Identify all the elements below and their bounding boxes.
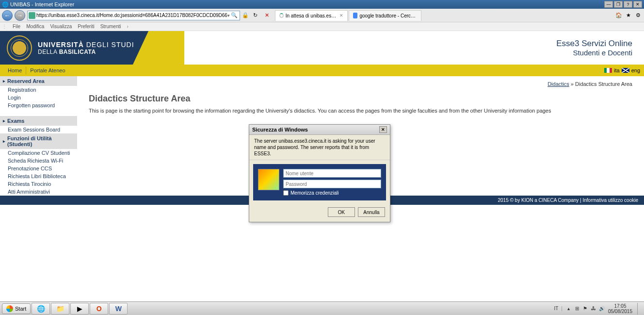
forward-button[interactable]: → bbox=[15, 10, 25, 21]
ok-button[interactable]: OK bbox=[328, 207, 355, 217]
taskbar-media[interactable]: ▶ bbox=[70, 303, 89, 315]
sidebar-item-ccs[interactable]: Prenotazione CCS bbox=[0, 165, 77, 172]
sidebar-item-exam-sessions[interactable]: Exam Sessions Board bbox=[0, 126, 77, 133]
tray-lang[interactable]: IT bbox=[554, 306, 558, 311]
sidebar-group-exams[interactable]: Exams bbox=[0, 116, 77, 126]
nav-home[interactable]: Home bbox=[4, 67, 26, 73]
site-banner: UNIVERSITÀ DEGLI STUDI DELLA BASILICATA … bbox=[0, 31, 644, 65]
tab-google[interactable]: google traduttore - Cerca con G... bbox=[349, 10, 421, 21]
page-description: This is page is the starting point for b… bbox=[89, 108, 632, 114]
tray-separator: | bbox=[561, 306, 563, 311]
windows-taskbar: Start 🌐 📁 ▶ O W IT | ▴ ⊞ ⚑ 🖧 🔊 17:05 05/… bbox=[0, 301, 644, 315]
password-input[interactable] bbox=[283, 180, 381, 188]
ie-icon: 🌐 bbox=[2, 1, 9, 8]
tray-app-icon[interactable]: ⊞ bbox=[574, 305, 580, 312]
dialog-message: The server unibas.esse3.cineca.it is ask… bbox=[249, 135, 390, 160]
tray-network-icon[interactable]: 🖧 bbox=[590, 305, 597, 312]
ie-tools: 🏠 ★ ⚙ bbox=[615, 12, 642, 19]
minimize-button[interactable]: — bbox=[604, 1, 613, 8]
university-logo bbox=[7, 35, 32, 61]
lang-ita[interactable]: ita bbox=[614, 67, 620, 73]
sidebar-item-cv[interactable]: Compilazione CV Studenti bbox=[0, 149, 77, 157]
footer-copy: 2015 © by KION a CINECA Company bbox=[498, 198, 579, 203]
menu-view[interactable]: Visualizza bbox=[50, 24, 72, 29]
taskbar-explorer[interactable]: 📁 bbox=[51, 303, 69, 315]
loading-icon bbox=[279, 13, 284, 18]
tab-unibas[interactable]: In attesa di unibas.esse3.cin... ✕ bbox=[275, 10, 348, 21]
sidebar: Reserved Area Registration Login Forgott… bbox=[0, 76, 77, 196]
refresh-button[interactable]: ↻ bbox=[251, 11, 260, 20]
taskbar-word[interactable]: W bbox=[109, 303, 128, 315]
breadcrumb-current: Didactics Structure Area bbox=[575, 81, 632, 87]
tab-label: google traduttore - Cerca con G... bbox=[359, 13, 417, 18]
tray-flag-icon[interactable]: ⚑ bbox=[582, 305, 589, 312]
sidebar-group-utilita[interactable]: Funzioni di Utilità (Studenti) bbox=[0, 133, 77, 149]
ie-menubar: ⋮ File Modifica Visualizza Preferiti Str… bbox=[0, 22, 644, 31]
breadcrumb-link[interactable]: Didactics bbox=[547, 81, 569, 87]
lock-icon: 🔒 bbox=[242, 12, 249, 18]
favorites-icon[interactable]: ★ bbox=[625, 12, 632, 19]
window-titlebar: 🌐 UNIBAS - Internet Explorer — ❐ ? ✕ bbox=[0, 0, 644, 9]
taskbar-ie[interactable]: 🌐 bbox=[32, 303, 50, 315]
lang-eng[interactable]: eng bbox=[631, 67, 640, 73]
restore-button[interactable]: ❐ bbox=[614, 1, 623, 8]
remember-checkbox-label[interactable]: Memorizza credenziali bbox=[283, 190, 381, 196]
search-icon[interactable]: 🔍 bbox=[230, 11, 239, 20]
tab-bar: In attesa di unibas.esse3.cin... ✕ googl… bbox=[274, 10, 421, 21]
credentials-panel: Memorizza credenziali bbox=[253, 164, 386, 200]
flag-en-icon[interactable] bbox=[622, 68, 629, 73]
sidebar-item-libri[interactable]: Richiesta Libri Biblioteca bbox=[0, 172, 77, 180]
breadcrumb: Didactics » Didactics Structure Area bbox=[547, 81, 632, 87]
menu-file[interactable]: File bbox=[13, 24, 20, 29]
menubar-grip: ⋮ bbox=[2, 24, 7, 29]
system-tray: IT | ▴ ⊞ ⚑ 🖧 🔊 17:05 05/08/2015 bbox=[554, 303, 642, 315]
sidebar-item-atti[interactable]: Atti Amministrativi bbox=[0, 188, 77, 196]
user-avatar-icon bbox=[258, 169, 279, 190]
tab-label: In attesa di unibas.esse3.cin... bbox=[286, 13, 338, 18]
tools-icon[interactable]: ⚙ bbox=[634, 12, 642, 19]
sidebar-item-wifi[interactable]: Scheda Richiesta Wi-Fi bbox=[0, 157, 77, 165]
banner-service-name: Esse3 Servizi Online Studenti e Docenti bbox=[556, 39, 632, 57]
tray-arrow-icon[interactable]: ▴ bbox=[565, 305, 572, 312]
remember-checkbox[interactable] bbox=[283, 190, 289, 196]
dialog-close-button[interactable]: ✕ bbox=[379, 126, 387, 133]
cancel-button[interactable]: Annulla bbox=[358, 207, 385, 217]
sidebar-item-tirocinio[interactable]: Richiesta Tirocinio bbox=[0, 180, 77, 188]
flag-it-icon[interactable] bbox=[604, 68, 612, 73]
help-button[interactable]: ? bbox=[624, 1, 632, 8]
site-navbar: Home Portale Ateneo ita eng bbox=[0, 65, 644, 76]
sidebar-group-reserved[interactable]: Reserved Area bbox=[0, 76, 77, 86]
address-bar[interactable]: https://unibas.esse3.cineca.it/Home.do;j… bbox=[27, 11, 240, 20]
menu-tools[interactable]: Strumenti bbox=[100, 24, 121, 29]
sidebar-item-login[interactable]: Login bbox=[0, 94, 77, 101]
ie-navigation-bar: ← → https://unibas.esse3.cineca.it/Home.… bbox=[0, 9, 644, 22]
google-icon bbox=[353, 13, 358, 18]
windows-security-dialog: Sicurezza di Windows ✕ The server unibas… bbox=[249, 124, 390, 222]
window-title: UNIBAS - Internet Explorer bbox=[10, 1, 604, 7]
menu-more-icon[interactable]: › bbox=[127, 24, 128, 29]
footer-cookie-link[interactable]: Informativa utilizzo cookie bbox=[583, 198, 639, 203]
dialog-title: Sicurezza di Windows bbox=[252, 127, 308, 133]
sidebar-item-forgotten[interactable]: Forgotten password bbox=[0, 101, 77, 109]
tab-close-icon[interactable]: ✕ bbox=[339, 13, 343, 18]
back-button[interactable]: ← bbox=[2, 10, 13, 21]
stop-button[interactable]: ✕ bbox=[263, 11, 272, 20]
username-input[interactable] bbox=[283, 169, 381, 178]
show-desktop-button[interactable] bbox=[637, 303, 642, 315]
tray-volume-icon[interactable]: 🔊 bbox=[598, 305, 605, 312]
windows-logo-icon bbox=[6, 305, 13, 312]
home-icon[interactable]: 🏠 bbox=[615, 12, 623, 19]
taskbar-outlook[interactable]: O bbox=[90, 303, 108, 315]
start-button[interactable]: Start bbox=[2, 303, 31, 314]
tray-clock[interactable]: 17:05 05/08/2015 bbox=[608, 303, 634, 314]
sidebar-item-registration[interactable]: Registration bbox=[0, 86, 77, 94]
page-title: Didactics Structure Area bbox=[89, 94, 632, 104]
dialog-titlebar: Sicurezza di Windows ✕ bbox=[249, 125, 390, 135]
url-text: https://unibas.esse3.cineca.it/Home.do;j… bbox=[36, 13, 227, 18]
university-name: UNIVERSITÀ DEGLI STUDI DELLA BASILICATA bbox=[38, 41, 134, 55]
menu-edit[interactable]: Modifica bbox=[26, 24, 44, 29]
nav-portale[interactable]: Portale Ateneo bbox=[26, 67, 69, 73]
menu-favorites[interactable]: Preferiti bbox=[78, 24, 94, 29]
site-icon bbox=[29, 12, 35, 19]
close-button[interactable]: ✕ bbox=[633, 1, 642, 8]
